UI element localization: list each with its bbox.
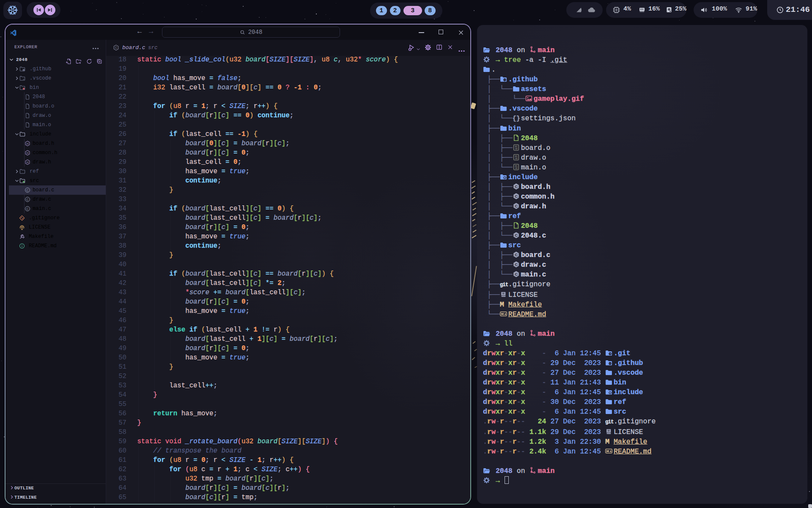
svg-text:C: C [115,46,118,50]
svg-text:C: C [515,194,518,199]
svg-text:C: C [515,204,518,208]
svg-text:H: H [26,161,28,164]
svg-text:H: H [26,142,28,145]
svg-text:C: C [515,252,518,257]
svg-text:C: C [26,198,29,202]
svg-text:C: C [515,233,518,237]
svg-text:10: 10 [515,147,517,149]
svg-text:C: C [515,184,518,189]
svg-text:H: H [26,152,28,155]
svg-text:C: C [26,207,29,211]
svg-text:10: 10 [515,167,517,169]
svg-text:10: 10 [515,157,517,159]
svg-text:C: C [26,188,29,192]
svg-text:C: C [515,262,518,267]
svg-text:C: C [515,272,518,276]
